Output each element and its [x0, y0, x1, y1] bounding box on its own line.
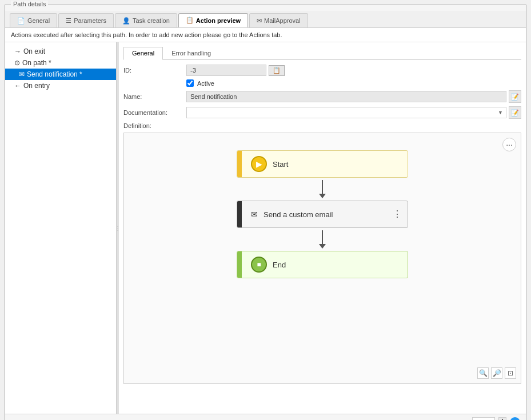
flow-node-end[interactable]: ■ End — [237, 251, 408, 278]
flow-arrow-1 — [319, 178, 326, 201]
panel-title: Path details — [11, 1, 48, 7]
execution-time-input[interactable] — [472, 417, 495, 420]
on-path-icon: ⊙ — [14, 59, 20, 67]
tab-parameters[interactable]: ☰ Parameters — [58, 13, 114, 27]
info-bar: Actions executed after selecting this pa… — [5, 28, 526, 42]
info-icon-button[interactable]: i — [510, 417, 520, 420]
arrow-line-1 — [322, 180, 323, 194]
tab-general[interactable]: 📄 General — [10, 13, 57, 27]
send-notification-icon: ✉ — [19, 70, 25, 78]
email-node-icon: ✉ — [251, 210, 258, 219]
documentation-row: Documentation: 📝 — [123, 106, 521, 119]
on-exit-icon: → — [14, 47, 21, 55]
name-input[interactable] — [186, 91, 506, 102]
arrow-line-2 — [322, 230, 323, 244]
end-stripe — [237, 251, 242, 278]
copy-id-button[interactable]: 📋 — [269, 65, 285, 76]
id-input[interactable] — [186, 65, 266, 76]
path-details-panel: Path details 📄 General ☰ Parameters 👤 Ta… — [5, 5, 526, 420]
flow-container: ▶ Start ✉ Send a custom email ⋮ — [124, 133, 521, 290]
documentation-icon-btn[interactable]: 📝 — [509, 106, 521, 119]
start-icon: ▶ — [251, 156, 267, 172]
tree-item-on-exit[interactable]: → On exit — [5, 46, 116, 57]
start-stripe — [237, 151, 242, 177]
right-panel: General Error handling ID: 📋 Active Name… — [119, 42, 526, 414]
on-entry-icon: ← — [14, 82, 21, 90]
preview-icon: 📋 — [186, 17, 194, 24]
active-label: Active — [197, 80, 214, 87]
main-content: → On exit ⊙ On path * ✉ Send notificatio… — [5, 42, 526, 414]
inner-tabs: General Error handling — [123, 47, 521, 60]
list-icon: ☰ — [66, 17, 71, 25]
user-icon: 👤 — [122, 17, 130, 25]
footer-bar: Execution time limit: ▲ ▼ i — [5, 414, 526, 420]
name-label: Name: — [123, 93, 186, 100]
end-label: End — [273, 261, 402, 269]
flow-node-start[interactable]: ▶ Start — [237, 150, 408, 178]
canvas-zoom-bar: 🔍 🔎 ⊡ — [477, 367, 516, 379]
start-label: Start — [273, 160, 402, 169]
documentation-select[interactable] — [186, 107, 506, 118]
documentation-label: Documentation: — [123, 109, 186, 116]
zoom-out-button[interactable]: 🔎 — [491, 367, 502, 379]
active-row: Active — [123, 79, 521, 87]
inner-tab-general[interactable]: General — [123, 47, 163, 60]
arrow-head-2 — [319, 244, 326, 249]
name-icon-btn[interactable]: 📝 — [509, 90, 521, 103]
tree-item-on-entry[interactable]: ← On entry — [5, 80, 116, 91]
flow-node-send-email[interactable]: ✉ Send a custom email ⋮ — [237, 201, 408, 228]
active-checkbox[interactable] — [186, 79, 194, 87]
page-icon: 📄 — [17, 17, 25, 25]
arrow-head-1 — [319, 194, 326, 198]
tree-item-send-notification[interactable]: ✉ Send notification * — [5, 69, 116, 80]
inner-tab-error-handling[interactable]: Error handling — [163, 47, 219, 59]
left-panel: → On exit ⊙ On path * ✉ Send notificatio… — [5, 42, 117, 414]
tabs-bar: 📄 General ☰ Parameters 👤 Task creation 📋… — [5, 11, 526, 28]
tab-mail-approval[interactable]: ✉ MailApproval — [249, 13, 308, 27]
tab-action-preview[interactable]: 📋 Action preview — [178, 13, 248, 27]
id-label: ID: — [123, 67, 186, 74]
id-row: ID: 📋 — [123, 65, 521, 76]
tab-task-creation[interactable]: 👤 Task creation — [115, 13, 177, 27]
action-stripe — [237, 201, 242, 227]
flow-canvas: ··· ▶ Start — [123, 133, 521, 384]
fit-button[interactable]: ⊡ — [505, 367, 516, 379]
tree-item-on-path[interactable]: ⊙ On path * — [5, 57, 116, 69]
send-email-label: Send a custom email — [263, 210, 387, 219]
spin-up-button[interactable]: ▲ — [498, 417, 506, 420]
node-menu-button[interactable]: ⋮ — [393, 210, 402, 219]
definition-label: Definition: — [123, 122, 521, 129]
mail-icon: ✉ — [257, 17, 262, 25]
spin-buttons: ▲ ▼ — [498, 417, 506, 420]
name-row: Name: 📝 — [123, 90, 521, 103]
zoom-in-button[interactable]: 🔍 — [477, 367, 489, 379]
flow-arrow-2 — [319, 228, 326, 251]
canvas-options-button[interactable]: ··· — [502, 138, 516, 151]
documentation-select-wrapper — [186, 107, 506, 118]
end-icon: ■ — [251, 257, 267, 273]
